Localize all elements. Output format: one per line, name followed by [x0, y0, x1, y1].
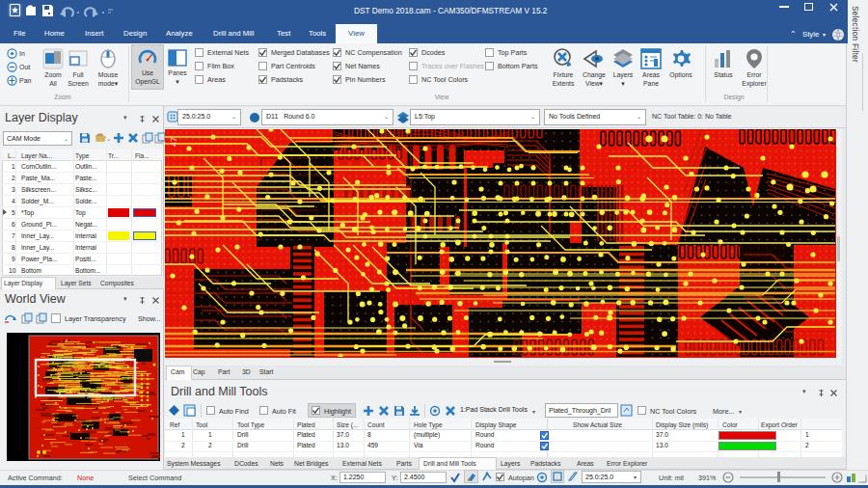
svg-text:47: 47 — [169, 137, 178, 147]
svg-text:⌄: ⌄ — [106, 136, 110, 142]
